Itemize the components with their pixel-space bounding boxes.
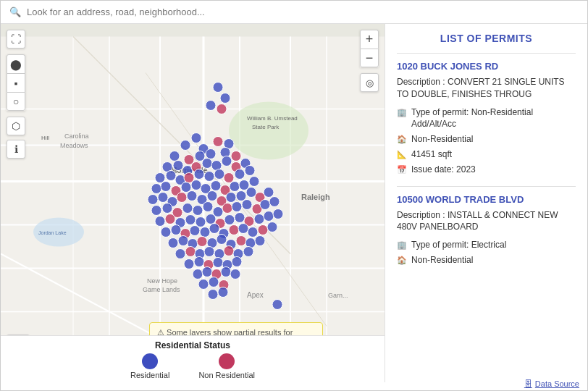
svg-point-127: [168, 238, 178, 248]
svg-point-161: [272, 300, 282, 310]
svg-point-130: [197, 237, 207, 247]
svg-point-120: [209, 224, 219, 234]
svg-point-101: [269, 197, 280, 207]
svg-point-64: [245, 166, 255, 176]
svg-point-34: [217, 104, 227, 114]
svg-point-132: [217, 235, 227, 245]
svg-point-152: [202, 267, 212, 277]
svg-point-137: [175, 249, 185, 259]
svg-point-88: [264, 188, 274, 198]
permit-sqft-1: 📐 41451 sqft: [397, 148, 576, 161]
permit-card-1: 1020 BUCK JONES RD Description : CONVERT…: [397, 53, 576, 186]
svg-point-142: [224, 246, 234, 256]
svg-point-65: [151, 184, 161, 194]
svg-point-31: [213, 83, 223, 93]
svg-point-55: [155, 173, 165, 183]
svg-point-114: [273, 209, 283, 219]
svg-point-66: [161, 182, 171, 192]
zoom-controls: + −: [360, 30, 379, 67]
svg-point-144: [243, 247, 253, 257]
zoom-in-button[interactable]: +: [360, 30, 379, 49]
svg-point-71: [211, 181, 221, 191]
permit-type-1: 🏢 Type of permit: Non-Residential Add/Al…: [397, 106, 576, 131]
legend-items: Residential Non Residential: [130, 353, 255, 379]
map-legend: Residential Status Residential Non Resid…: [1, 335, 385, 382]
point-draw-button[interactable]: ⬤: [7, 54, 25, 73]
svg-point-47: [173, 161, 183, 171]
legend-item-residential: Residential: [130, 353, 169, 379]
svg-point-35: [191, 133, 201, 143]
residential-label: Residential: [130, 371, 169, 379]
svg-point-56: [166, 171, 176, 181]
svg-point-115: [161, 227, 171, 237]
search-icon: 🔍: [9, 7, 21, 17]
svg-point-76: [148, 195, 158, 205]
svg-point-128: [178, 236, 188, 246]
share-button[interactable]: ⬡: [7, 117, 25, 135]
svg-point-82: [207, 191, 217, 201]
legend-item-non-residential: Non Residential: [198, 353, 255, 379]
svg-point-60: [204, 172, 214, 182]
search-bar: 🔍: [1, 1, 587, 24]
svg-point-151: [193, 269, 203, 279]
svg-text:Jordan Lake: Jordan Lake: [38, 230, 67, 235]
svg-point-90: [162, 203, 172, 214]
location-button[interactable]: ◎: [360, 73, 379, 92]
data-source-link[interactable]: 🗄 Data Source: [524, 379, 579, 382]
info-button[interactable]: ℹ: [7, 140, 25, 159]
svg-point-63: [235, 169, 245, 180]
data-source-label: Data Source: [535, 379, 579, 382]
svg-point-32: [220, 93, 230, 104]
svg-point-50: [202, 159, 212, 169]
rect-draw-button[interactable]: ▪: [7, 73, 25, 92]
permit-address-1: 1020 BUCK JONES RD: [397, 61, 576, 72]
svg-point-126: [267, 222, 277, 232]
calendar-icon-1: 📅: [397, 164, 407, 175]
permit-residential-type-1: 🏠 Non-Residential: [397, 133, 576, 146]
svg-text:Game Lands: Game Lands: [143, 286, 180, 293]
svg-point-94: [203, 202, 213, 212]
svg-text:Apex: Apex: [247, 291, 264, 299]
svg-point-116: [171, 225, 181, 235]
svg-point-61: [214, 169, 224, 180]
svg-point-69: [191, 180, 201, 190]
svg-text:State Park: State Park: [252, 124, 280, 130]
search-input[interactable]: [27, 7, 579, 17]
permit-address-2: 10500 WORLD TRADE BLVD: [397, 194, 576, 205]
svg-point-68: [181, 182, 191, 193]
fullscreen-button[interactable]: ⛶: [7, 30, 25, 49]
svg-point-140: [204, 247, 214, 257]
svg-point-110: [235, 213, 245, 223]
svg-point-106: [196, 217, 206, 227]
svg-point-89: [151, 206, 161, 216]
svg-point-80: [187, 191, 197, 201]
svg-point-84: [226, 193, 236, 203]
house-icon-2: 🏠: [397, 255, 407, 266]
svg-text:Garn...: Garn...: [328, 292, 348, 299]
svg-point-96: [222, 203, 232, 214]
permit-type-icon-2: 🏢: [397, 240, 407, 251]
zoom-out-button[interactable]: −: [360, 49, 379, 67]
map-area: William B. Umstead State Park Jordan Lak…: [1, 24, 385, 382]
svg-point-33: [206, 101, 216, 111]
svg-text:Raleigh: Raleigh: [301, 193, 330, 201]
residential-dot: [142, 353, 158, 369]
svg-point-36: [180, 140, 190, 151]
permit-date-1: 📅 Issue date: 2023: [397, 164, 576, 176]
svg-point-62: [224, 173, 234, 183]
permit-type-icon-1: 🏢: [397, 107, 407, 118]
svg-point-92: [182, 203, 193, 214]
permits-panel: LIST OF PERMITS 1020 BUCK JONES RD Descr…: [385, 24, 587, 382]
svg-point-112: [254, 214, 264, 224]
svg-point-100: [260, 200, 270, 210]
circle-draw-button[interactable]: ○: [7, 92, 25, 111]
svg-point-40: [169, 151, 180, 161]
svg-point-107: [206, 214, 216, 224]
svg-point-156: [198, 279, 209, 290]
svg-point-102: [155, 216, 165, 227]
svg-point-160: [218, 287, 228, 298]
permit-residential-type-2: 🏠 Non-Residential: [397, 254, 576, 266]
svg-point-125: [258, 225, 268, 235]
svg-point-79: [177, 193, 187, 203]
svg-point-138: [185, 247, 196, 257]
